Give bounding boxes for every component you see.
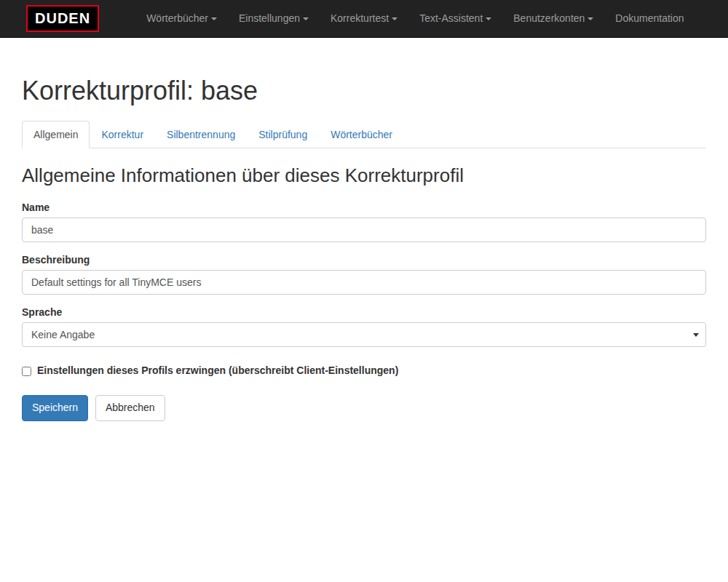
cancel-button[interactable]: Abbrechen: [95, 395, 165, 421]
form-buttons: Speichern Abbrechen: [22, 395, 706, 421]
nav-item-text-assistent[interactable]: Text-Assistent: [408, 0, 502, 37]
nav-item-label: Dokumentation: [615, 12, 684, 24]
duden-logo[interactable]: DUDEN: [26, 5, 99, 32]
tab-stilpruefung[interactable]: Stilprüfung: [247, 121, 319, 148]
caret-down-icon: [486, 17, 491, 20]
save-button[interactable]: Speichern: [22, 395, 88, 421]
name-field-group: Name: [22, 202, 706, 242]
nav-item-einstellungen[interactable]: Einstellungen: [228, 0, 320, 37]
top-navbar: DUDEN Wörterbücher Einstellungen Korrekt…: [0, 0, 728, 38]
description-field-group: Beschreibung: [22, 254, 706, 295]
profile-tabs: Allgemein Korrektur Silbentrennung Stilp…: [22, 121, 706, 148]
caret-down-icon: [211, 17, 217, 20]
tab-silbentrennung[interactable]: Silbentrennung: [155, 121, 247, 148]
section-heading: Allgemeine Informationen über dieses Kor…: [22, 164, 706, 187]
nav-item-woerterbuecher[interactable]: Wörterbücher: [135, 0, 228, 37]
language-select[interactable]: Keine Angabe: [22, 322, 706, 347]
description-label: Beschreibung: [22, 254, 706, 266]
nav-item-label: Korrekturtest: [331, 12, 389, 24]
caret-down-icon: [392, 17, 397, 20]
force-settings-group: Einstellungen dieses Profils erzwingen (…: [22, 364, 706, 376]
name-label: Name: [22, 202, 706, 213]
profile-form: Name Beschreibung Sprache Keine Angabe E…: [22, 202, 706, 421]
page-title: Korrekturprofil: base: [22, 76, 706, 106]
language-field-group: Sprache Keine Angabe: [22, 306, 706, 347]
nav-item-label: Einstellungen: [239, 12, 300, 24]
nav-item-label: Benutzerkonten: [513, 12, 585, 24]
tab-woerterbuecher[interactable]: Wörterbücher: [319, 121, 404, 148]
tab-korrektur[interactable]: Korrektur: [90, 121, 155, 148]
caret-down-icon: [303, 17, 309, 20]
nav-item-label: Wörterbücher: [146, 12, 208, 24]
main-content: Korrekturprofil: base Allgemein Korrektu…: [0, 76, 728, 421]
language-label: Sprache: [22, 306, 706, 318]
nav-item-label: Text-Assistent: [419, 12, 483, 24]
description-input[interactable]: [22, 270, 706, 295]
main-nav: Wörterbücher Einstellungen Korrekturtest…: [135, 0, 695, 37]
nav-item-dokumentation[interactable]: Dokumentation: [604, 0, 695, 37]
nav-item-korrekturtest[interactable]: Korrekturtest: [320, 0, 408, 37]
caret-down-icon: [587, 17, 593, 20]
language-select-wrap: Keine Angabe: [22, 322, 706, 347]
nav-item-benutzerkonten[interactable]: Benutzerkonten: [502, 0, 604, 37]
name-input[interactable]: [22, 218, 706, 242]
tab-allgemein[interactable]: Allgemein: [22, 121, 90, 148]
force-settings-checkbox[interactable]: [22, 367, 31, 376]
force-settings-label: Einstellungen dieses Profils erzwingen (…: [37, 364, 398, 376]
